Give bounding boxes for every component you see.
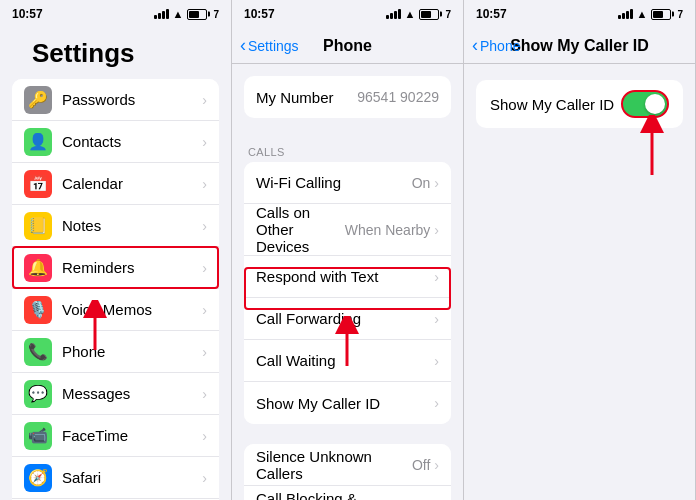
notes-icon: 📒: [24, 212, 52, 240]
show-caller-id-chevron: ›: [434, 395, 439, 411]
row-passwords[interactable]: 🔑 Passwords ›: [12, 79, 219, 121]
caller-id-title: Show My Caller ID: [510, 37, 649, 55]
call-blocking-label: Call Blocking & Identification: [256, 490, 434, 501]
status-icons-2: ▲ 7: [386, 8, 451, 20]
battery-label-2: 7: [445, 9, 451, 20]
calls-header: CALLS: [232, 138, 463, 162]
call-forwarding-chevron: ›: [434, 311, 439, 327]
voice-memos-label: Voice Memos: [62, 301, 202, 318]
respond-text-label: Respond with Text: [256, 268, 434, 285]
call-waiting-chevron: ›: [434, 353, 439, 369]
row-notes[interactable]: 📒 Notes ›: [12, 205, 219, 247]
calls-section: Wi-Fi Calling On › Calls on Other Device…: [244, 162, 451, 424]
reminders-label: Reminders: [62, 259, 202, 276]
row-calls-other-devices[interactable]: Calls on Other Devices When Nearby ›: [244, 204, 451, 256]
reminders-icon: 🔔: [24, 254, 52, 282]
time-1: 10:57: [12, 7, 43, 21]
silence-unknown-chevron: ›: [434, 457, 439, 473]
panel-settings: 10:57 ▲ 7 Settings 🔑 Passwords ›: [0, 0, 232, 500]
caller-id-nav: ‹ Phone Show My Caller ID: [464, 28, 695, 64]
row-call-waiting[interactable]: Call Waiting ›: [244, 340, 451, 382]
phone-label: Phone: [62, 343, 202, 360]
facetime-icon: 📹: [24, 422, 52, 450]
wifi-icon: ▲: [173, 8, 184, 20]
wifi-calling-label: Wi-Fi Calling: [256, 174, 412, 191]
phone-icon: 📞: [24, 338, 52, 366]
battery-label: 7: [213, 9, 219, 20]
row-show-caller-id[interactable]: Show My Caller ID ›: [244, 382, 451, 424]
settings-list: 🔑 Passwords › 👤 Contacts › 📅 Calendar › …: [0, 79, 231, 500]
wifi-calling-chevron: ›: [434, 175, 439, 191]
row-calendar[interactable]: 📅 Calendar ›: [12, 163, 219, 205]
unknown-callers-section: Silence Unknown Callers Off › Call Block…: [244, 444, 451, 500]
status-bar-1: 10:57 ▲ 7: [0, 0, 231, 28]
reminders-chevron: ›: [202, 260, 207, 276]
toggle-knob-3: [645, 94, 665, 114]
calendar-chevron: ›: [202, 176, 207, 192]
row-silence-unknown[interactable]: Silence Unknown Callers Off ›: [244, 444, 451, 486]
safari-label: Safari: [62, 469, 202, 486]
voice-memos-icon: 🎙️: [24, 296, 52, 324]
battery-icon-2: [419, 9, 439, 20]
panel-caller-id: 10:57 ▲ 7 ‹ Phone Show My Caller ID S: [464, 0, 696, 500]
row-contacts[interactable]: 👤 Contacts ›: [12, 121, 219, 163]
caller-id-toggle-section: Show My Caller ID: [476, 80, 683, 128]
row-respond-text[interactable]: Respond with Text ›: [244, 256, 451, 298]
safari-chevron: ›: [202, 470, 207, 486]
silence-unknown-value: Off: [412, 457, 430, 473]
show-caller-id-toggle[interactable]: [621, 90, 669, 118]
wifi-calling-value: On: [412, 175, 431, 191]
row-my-number: My Number 96541 90229: [244, 76, 451, 118]
passwords-chevron: ›: [202, 92, 207, 108]
safari-icon: 🧭: [24, 464, 52, 492]
calls-other-chevron: ›: [434, 222, 439, 238]
row-messages[interactable]: 💬 Messages ›: [12, 373, 219, 415]
signal-icon-3: [618, 9, 633, 19]
phone-scroll: My Number 96541 90229 CALLS Wi-Fi Callin…: [232, 64, 463, 500]
contacts-icon: 👤: [24, 128, 52, 156]
row-voice-memos[interactable]: 🎙️ Voice Memos ›: [12, 289, 219, 331]
signal-icon: [154, 9, 169, 19]
contacts-chevron: ›: [202, 134, 207, 150]
my-number-value: 96541 90229: [357, 89, 439, 105]
back-label-3: Phone: [480, 38, 520, 54]
row-phone[interactable]: 📞 Phone ›: [12, 331, 219, 373]
row-reminders[interactable]: 🔔 Reminders ›: [12, 247, 219, 289]
back-arrow-icon: ‹: [240, 35, 246, 56]
row-call-blocking[interactable]: Call Blocking & Identification ›: [244, 486, 451, 500]
contacts-label: Contacts: [62, 133, 202, 150]
row-safari[interactable]: 🧭 Safari ›: [12, 457, 219, 499]
call-forwarding-label: Call Forwarding: [256, 310, 434, 327]
battery-label-3: 7: [677, 9, 683, 20]
row-facetime[interactable]: 📹 FaceTime ›: [12, 415, 219, 457]
calls-other-value: When Nearby: [345, 222, 431, 238]
silence-unknown-label: Silence Unknown Callers: [256, 448, 412, 482]
wifi-icon-3: ▲: [637, 8, 648, 20]
unknown-callers-group: Silence Unknown Callers Off › Call Block…: [232, 444, 463, 500]
facetime-label: FaceTime: [62, 427, 202, 444]
show-caller-id-label: Show My Caller ID: [256, 395, 434, 412]
facetime-chevron: ›: [202, 428, 207, 444]
back-to-phone[interactable]: ‹ Phone: [472, 35, 520, 56]
phone-chevron: ›: [202, 344, 207, 360]
panel-phone: 10:57 ▲ 7 ‹ Settings Phone: [232, 0, 464, 500]
settings-title: Settings: [0, 28, 231, 79]
passwords-icon: 🔑: [24, 86, 52, 114]
row-wifi-calling[interactable]: Wi-Fi Calling On ›: [244, 162, 451, 204]
status-icons-3: ▲ 7: [618, 8, 683, 20]
phone-title: Phone: [323, 37, 372, 55]
messages-icon: 💬: [24, 380, 52, 408]
my-number-label: My Number: [256, 89, 357, 106]
row-call-forwarding[interactable]: Call Forwarding ›: [244, 298, 451, 340]
voice-memos-chevron: ›: [202, 302, 207, 318]
status-bar-2: 10:57 ▲ 7: [232, 0, 463, 28]
time-3: 10:57: [476, 7, 507, 21]
my-number-section: My Number 96541 90229: [232, 76, 463, 118]
caller-id-toggle-label: Show My Caller ID: [490, 96, 621, 113]
respond-text-chevron: ›: [434, 269, 439, 285]
calendar-icon: 📅: [24, 170, 52, 198]
back-to-settings[interactable]: ‹ Settings: [240, 35, 299, 56]
caller-id-toggle-row: Show My Caller ID: [476, 80, 683, 128]
my-number-row: My Number 96541 90229: [244, 76, 451, 118]
battery-icon-3: [651, 9, 671, 20]
